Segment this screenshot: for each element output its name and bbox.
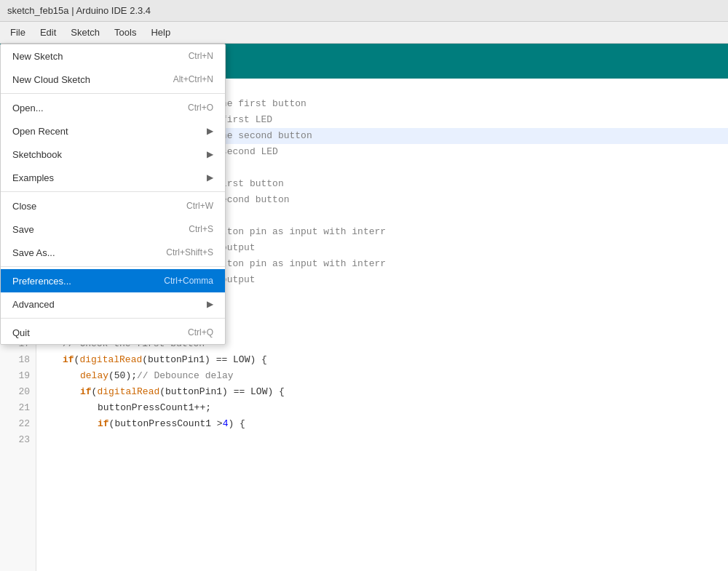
code-line: if (buttonPressCount1 > 4) { [36, 416, 728, 432]
line-num: 21 [0, 400, 30, 416]
menu-new-cloud-sketch-shortcut: Alt+Ctrl+N [173, 74, 213, 84]
code-line: if (digitalRead(buttonPin1) == LOW) { [36, 384, 728, 400]
menu-new-sketch[interactable]: New Sketch Ctrl+N [1, 44, 225, 68]
menu-close[interactable]: Close Ctrl+W [1, 194, 225, 217]
menu-save-as-shortcut: Ctrl+Shift+S [166, 247, 213, 257]
menu-separator [1, 318, 225, 319]
menu-examples-label: Examples [12, 172, 207, 183]
menu-quit-label: Quit [12, 327, 188, 338]
menu-new-cloud-sketch[interactable]: New Cloud Sketch Alt+Ctrl+N [1, 68, 225, 91]
menu-separator [1, 191, 225, 192]
menu-preferences[interactable]: Preferences... Ctrl+Comma [1, 269, 225, 292]
code-line: buttonPressCount1++; [36, 400, 728, 416]
menu-close-label: Close [12, 201, 186, 212]
menu-quit-shortcut: Ctrl+Q [188, 327, 213, 338]
menu-tools[interactable]: Tools [107, 24, 143, 41]
menu-save-label: Save [12, 224, 189, 235]
menu-file[interactable]: File [3, 24, 33, 41]
menu-new-sketch-label: New Sketch [12, 51, 189, 62]
menu-save[interactable]: Save Ctrl+S [1, 217, 225, 241]
menu-open-shortcut: Ctrl+O [188, 103, 213, 113]
arrow-icon: ▶ [207, 172, 213, 183]
title-bar: sketch_feb15a | Arduino IDE 2.3.4 [0, 0, 728, 22]
menu-advanced-label: Advanced [12, 299, 207, 310]
line-num: 18 [0, 352, 30, 368]
menu-close-shortcut: Ctrl+W [186, 201, 213, 211]
menu-bar: File Edit Sketch Tools Help [0, 22, 728, 44]
file-dropdown-menu: New Sketch Ctrl+N New Cloud Sketch Alt+C… [0, 44, 226, 345]
arrow-icon: ▶ [207, 299, 213, 309]
menu-save-shortcut: Ctrl+S [189, 224, 213, 234]
menu-advanced[interactable]: Advanced ▶ [1, 292, 225, 316]
line-num: 22 [0, 416, 30, 432]
menu-sketch[interactable]: Sketch [63, 24, 107, 41]
menu-edit[interactable]: Edit [33, 24, 63, 41]
menu-separator [1, 93, 225, 94]
menu-open-recent-label: Open Recent [12, 126, 207, 137]
menu-new-sketch-shortcut: Ctrl+N [189, 51, 213, 61]
menu-quit[interactable]: Quit Ctrl+Q [1, 321, 225, 344]
code-line [36, 432, 728, 448]
menu-help[interactable]: Help [143, 24, 178, 41]
menu-save-as-label: Save As... [12, 247, 166, 258]
menu-sketchbook-label: Sketchbook [12, 149, 207, 160]
arrow-icon: ▶ [207, 149, 213, 159]
line-num: 23 [0, 432, 30, 448]
menu-open-label: Open... [12, 103, 188, 113]
menu-save-as[interactable]: Save As... Ctrl+Shift+S [1, 241, 225, 264]
title-text: sketch_feb15a | Arduino IDE 2.3.4 [7, 5, 151, 16]
menu-preferences-shortcut: Ctrl+Comma [164, 276, 213, 286]
menu-open[interactable]: Open... Ctrl+O [1, 96, 225, 119]
line-num: 20 [0, 384, 30, 400]
arrow-icon: ▶ [207, 126, 213, 136]
code-line: delay(50); // Debounce delay [36, 368, 728, 384]
menu-preferences-label: Preferences... [12, 276, 164, 287]
menu-examples[interactable]: Examples ▶ [1, 166, 225, 189]
line-num: 19 [0, 368, 30, 384]
code-line: if (digitalRead(buttonPin1) == LOW) { [36, 352, 728, 368]
menu-open-recent[interactable]: Open Recent ▶ [1, 119, 225, 143]
menu-sketchbook[interactable]: Sketchbook ▶ [1, 143, 225, 166]
menu-new-cloud-sketch-label: New Cloud Sketch [12, 74, 173, 85]
menu-separator [1, 266, 225, 267]
